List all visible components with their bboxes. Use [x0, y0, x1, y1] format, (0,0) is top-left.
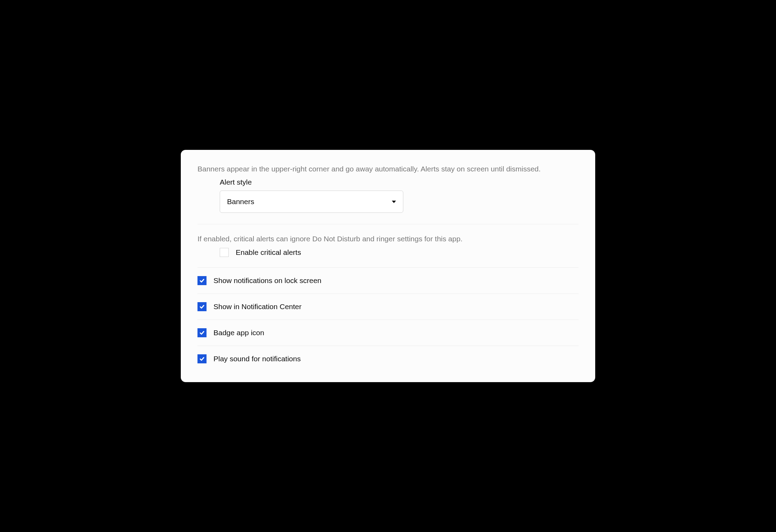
alert-style-section: Banners appear in the upper-right corner…: [181, 164, 595, 213]
play-sound-label: Play sound for notifications: [213, 355, 301, 363]
notification-settings-panel: Banners appear in the upper-right corner…: [181, 150, 595, 382]
notification-center-checkbox[interactable]: [197, 302, 207, 311]
badge-icon-checkbox[interactable]: [197, 328, 207, 337]
lock-screen-row: Show notifications on lock screen: [181, 268, 595, 293]
checkmark-icon: [199, 330, 205, 336]
play-sound-checkbox[interactable]: [197, 354, 207, 363]
critical-alerts-label: Enable critical alerts: [236, 248, 301, 257]
notification-center-row: Show in Notification Center: [181, 294, 595, 320]
alert-style-description: Banners appear in the upper-right corner…: [197, 164, 579, 174]
badge-icon-label: Badge app icon: [213, 329, 264, 337]
lock-screen-label: Show notifications on lock screen: [213, 276, 322, 285]
checkmark-icon: [199, 356, 205, 362]
checkmark-icon: [199, 278, 205, 283]
play-sound-row: Play sound for notifications: [181, 346, 595, 372]
chevron-down-icon: [392, 201, 396, 203]
critical-alerts-description: If enabled, critical alerts can ignore D…: [181, 224, 595, 244]
lock-screen-checkbox[interactable]: [197, 276, 207, 285]
critical-alerts-checkbox[interactable]: [220, 248, 229, 257]
critical-alerts-row: Enable critical alerts: [181, 244, 595, 267]
badge-icon-row: Badge app icon: [181, 320, 595, 346]
alert-style-label: Alert style: [220, 178, 579, 186]
alert-style-selected-value: Banners: [227, 198, 254, 206]
alert-style-select[interactable]: Banners: [220, 191, 403, 213]
checkmark-icon: [199, 304, 205, 309]
notification-center-label: Show in Notification Center: [213, 303, 301, 311]
